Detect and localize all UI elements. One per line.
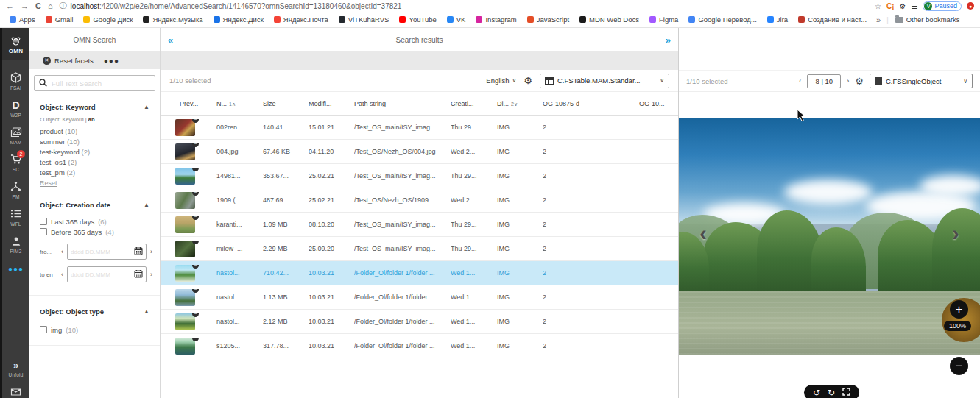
date-to-input[interactable]: [71, 271, 132, 278]
home-icon[interactable]: ⌂: [48, 1, 53, 10]
calendar-icon[interactable]: [134, 269, 143, 280]
extension-icon-1[interactable]: C¡: [886, 2, 895, 10]
rail-more-icon[interactable]: ●●●: [8, 257, 24, 280]
address-bar[interactable]: ⓘ localhost:4200/w2p/e2e/home/AdvancedSe…: [60, 1, 868, 11]
facet-keyword-header[interactable]: Object: Keyword ▲: [40, 100, 152, 114]
bookmark-item[interactable]: YouTube: [395, 15, 440, 24]
thumbnail[interactable]: −: [175, 338, 195, 355]
bookmark-item[interactable]: JavaScript: [524, 15, 573, 24]
col-name[interactable]: N...1∧: [216, 100, 263, 107]
facet-date-header[interactable]: Object: Creation date ▲: [40, 198, 152, 212]
keyword-item[interactable]: summer (10): [40, 136, 152, 146]
thumbnail[interactable]: −: [175, 241, 195, 257]
thumbnail[interactable]: −: [175, 216, 195, 233]
col-size[interactable]: Size: [263, 100, 309, 107]
date-from-input[interactable]: [71, 249, 132, 255]
bookmark-item[interactable]: Gmail: [42, 15, 77, 24]
keyword-item[interactable]: product (10): [40, 126, 152, 136]
checkbox[interactable]: [40, 228, 47, 235]
bookmark-item[interactable]: Jira: [764, 15, 792, 24]
preview-prev-icon[interactable]: ‹: [699, 222, 707, 244]
view-dropdown[interactable]: C.FSTable.MAM.Standar... ∨: [540, 74, 669, 88]
chevron-left-icon[interactable]: ‹: [61, 271, 63, 278]
table-row[interactable]: − 1909 (... 487.69... 25.02.21 /Test_OS/…: [161, 188, 678, 213]
back-icon[interactable]: ←: [6, 1, 14, 10]
table-row[interactable]: − 002ren... 140.41... 15.01.21 /Test_OS_…: [161, 116, 678, 140]
chevron-right-icon[interactable]: ›: [150, 271, 152, 278]
record-button[interactable]: ●: [967, 2, 974, 10]
reading-list-icon[interactable]: ☰: [912, 2, 918, 10]
rail-item-box[interactable]: [2, 381, 29, 398]
table-row[interactable]: − s1205... 317.78... 10.03.21 /Folder_Ol…: [161, 334, 678, 358]
preview-next-icon[interactable]: ›: [952, 222, 959, 244]
other-bookmarks[interactable]: Other bookmarks: [892, 15, 964, 24]
col-di[interactable]: Di...2∨: [497, 100, 543, 107]
bookmark-item[interactable]: Google Перевод...: [685, 15, 760, 24]
page-info-icon[interactable]: ⓘ: [60, 1, 67, 11]
table-row[interactable]: − nastol... 2.12 MB 10.03.21 /Folder_Ol/…: [161, 310, 678, 334]
thumbnail[interactable]: −: [175, 192, 195, 209]
table-row[interactable]: − karanti... 1.09 MB 08.10.20 /Test_OS_m…: [161, 213, 678, 237]
gear-icon[interactable]: ⚙: [524, 76, 532, 85]
zoom-in-button[interactable]: +: [950, 300, 968, 319]
collapse-left-icon[interactable]: «: [168, 35, 173, 46]
table-row[interactable]: − 14981... 353.67... 25.02.21 /Test_OS_m…: [161, 164, 678, 188]
rail-item-wfl[interactable]: WFL: [2, 203, 29, 230]
keyword-item[interactable]: test_pm (2): [40, 167, 152, 177]
fulltext-search[interactable]: [34, 75, 155, 91]
pager-prev-icon[interactable]: ‹: [799, 77, 801, 85]
date-checkbox-row[interactable]: Last 365 days (6): [40, 216, 152, 227]
table-row[interactable]: − nastol... 710.42... 10.03.21 /Folder_O…: [161, 261, 678, 285]
image-preview[interactable]: ‹ › + 100%: [679, 118, 980, 355]
rail-item-omn[interactable]: OMN: [2, 28, 29, 60]
col-og1[interactable]: OG-10875-d: [543, 100, 639, 107]
rail-item-mam[interactable]: MAM: [2, 121, 29, 149]
bookmark-item[interactable]: Google Диск: [80, 15, 136, 24]
fullscreen-icon[interactable]: [842, 388, 850, 397]
facet-type-header[interactable]: Object: Object type ▲: [40, 305, 152, 319]
checkbox[interactable]: [40, 326, 47, 333]
zoom-out-button[interactable]: −: [950, 357, 968, 375]
table-row[interactable]: − milow_... 2.29 MB 25.09.20 /Test_OS_ma…: [161, 237, 678, 261]
calendar-icon[interactable]: [134, 246, 143, 257]
preview-view-dropdown[interactable]: C.FSSingleObject ∨: [870, 74, 973, 88]
profile-chip[interactable]: V Paused: [923, 1, 962, 11]
reset-facets-button[interactable]: ✕ Reset facets: [43, 57, 94, 65]
bookmark-item[interactable]: MDN Web Docs: [576, 15, 643, 24]
type-checkbox-row[interactable]: img (10): [40, 324, 152, 335]
facet-menu-icon[interactable]: ●●●: [104, 57, 119, 65]
bookmark-item[interactable]: Яндекс.Почта: [270, 15, 332, 24]
rail-item-pm[interactable]: PM: [2, 176, 29, 203]
thumbnail[interactable]: −: [175, 168, 195, 185]
rotate-left-icon[interactable]: ↺: [813, 388, 820, 397]
col-created[interactable]: Creati...: [451, 100, 497, 107]
col-og2[interactable]: OG-10...: [639, 100, 678, 107]
thumbnail[interactable]: −: [175, 119, 195, 136]
collapse-right-icon[interactable]: »: [666, 35, 671, 46]
table-row[interactable]: − nastol... 1.13 MB 10.03.21 /Folder_Ol/…: [161, 285, 678, 310]
thumbnail[interactable]: −: [175, 289, 195, 306]
col-preview[interactable]: Prev...: [161, 100, 216, 107]
keyword-item[interactable]: test_os1 (2): [40, 157, 152, 167]
reload-icon[interactable]: C: [35, 1, 41, 10]
rotate-right-icon[interactable]: ↻: [828, 388, 835, 397]
language-dropdown[interactable]: English ∨: [486, 77, 516, 85]
bookmark-item[interactable]: Яндекс.Музыка: [139, 15, 206, 24]
bookmark-item[interactable]: VK: [443, 15, 470, 24]
rail-item-w2p[interactable]: D W2P: [2, 94, 29, 121]
unfold-button[interactable]: » Unfold: [2, 355, 29, 381]
keyword-reset-link[interactable]: Reset: [40, 180, 57, 187]
rail-item-fsai[interactable]: FSAI: [2, 67, 29, 94]
bookmark-item[interactable]: Apps: [6, 15, 39, 24]
pager-next-icon[interactable]: ›: [847, 77, 849, 85]
table-row[interactable]: − 004.jpg 67.46 KB 04.11.20 /Test_OS/Nez…: [161, 140, 678, 164]
date-from-field[interactable]: [67, 244, 147, 260]
thumbnail[interactable]: −: [175, 313, 195, 330]
bookmark-item[interactable]: Создание и наст...: [794, 15, 870, 24]
forward-icon[interactable]: →: [21, 1, 29, 10]
keyword-item[interactable]: test-keyword (2): [40, 146, 152, 157]
thumbnail[interactable]: −: [175, 265, 195, 282]
col-path[interactable]: Path string: [354, 100, 451, 107]
bookmark-item[interactable]: Figma: [646, 15, 682, 24]
bookmark-item[interactable]: ViTKuhaRVS: [335, 15, 393, 24]
